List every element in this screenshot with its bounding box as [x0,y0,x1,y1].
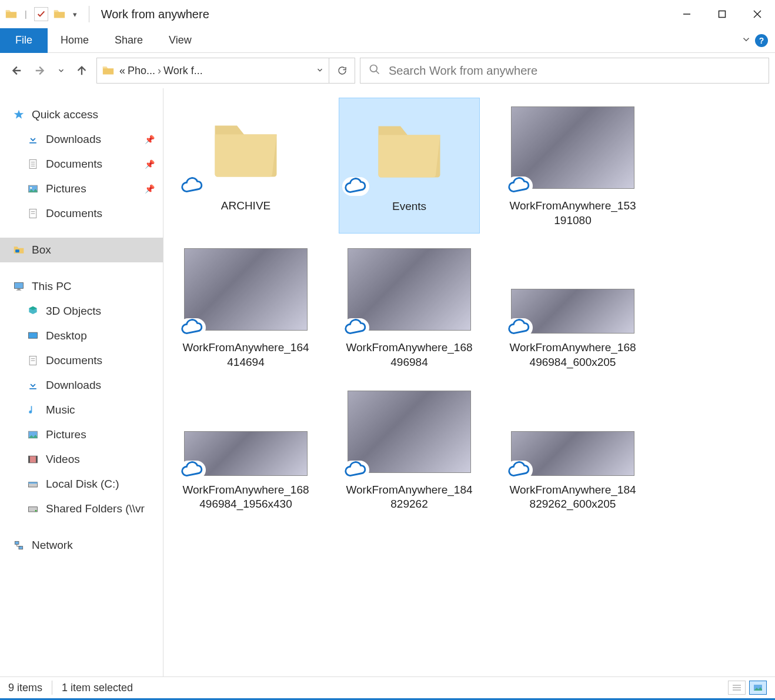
address-dropdown-icon[interactable] [316,66,324,76]
sidebar-item-local-disk[interactable]: Local Disk (C:) [0,472,163,496]
sidebar-item-box[interactable]: Box [0,238,163,262]
sidebar-item-music[interactable]: Music [0,398,163,422]
file-item[interactable]: WorkFromAnywhere_153191080 [502,98,643,234]
svg-rect-6 [29,142,36,144]
close-button[interactable] [740,2,775,26]
image-thumbnail [183,245,308,334]
document-icon [26,354,40,368]
sidebar-item-documents[interactable]: Documents 📌 [0,152,163,176]
sidebar-item-quick-access[interactable]: Quick access [0,102,163,127]
breadcrumb-part[interactable]: Pho... [128,65,155,77]
sidebar-label: Documents [46,158,102,171]
cloud-icon [179,318,206,337]
item-label: WorkFromAnywhere_168496984_600x205 [508,341,637,369]
sidebar-item-pictures-pc[interactable]: Pictures [0,422,163,447]
breadcrumb[interactable]: « Pho... › Work f... [119,65,316,77]
folder-thumbnail [347,104,472,192]
tab-view[interactable]: View [156,28,205,53]
sidebar-item-pictures[interactable]: Pictures 📌 [0,176,163,201]
qat-dropdown-icon[interactable]: ▾ [73,10,77,19]
navbar: « Pho... › Work f... [0,53,775,88]
file-item[interactable]: WorkFromAnywhere_168496984 [339,239,480,375]
item-label: WorkFromAnywhere_168496984_1956x430 [181,483,310,512]
item-label: WorkFromAnywhere_164414694 [181,341,310,369]
file-item[interactable]: WorkFromAnywhere_184829262 [339,382,480,518]
cloud-icon [179,176,206,195]
breadcrumb-part[interactable]: Work f... [163,65,203,77]
file-item[interactable]: WorkFromAnywhere_168496984_1956x430 [175,382,316,518]
ribbon: File Home Share View ? [0,28,775,53]
sidebar-item-documents-2[interactable]: Documents [0,201,163,226]
details-view-button[interactable] [728,681,746,695]
content: Quick access Downloads 📌 Documents 📌 Pic… [0,88,775,676]
history-dropdown-icon[interactable] [55,61,67,81]
thumbnails-view-button[interactable] [749,681,767,695]
svg-rect-27 [29,456,31,463]
download-icon [26,132,40,146]
sidebar-label: Local Disk (C:) [46,478,119,491]
search-box[interactable] [360,58,769,84]
sidebar-item-videos[interactable]: Videos [0,447,163,472]
disk-icon [26,477,40,491]
file-tab[interactable]: File [0,28,48,53]
svg-rect-24 [29,388,36,389]
svg-rect-19 [16,290,21,291]
sidebar-label: Documents [46,207,102,220]
sidebar-label: This PC [32,280,72,293]
qat-folder-icon[interactable] [53,8,66,21]
pin-icon: 📌 [145,184,155,194]
tab-home[interactable]: Home [48,28,102,53]
sidebar-label: Shared Folders (\\vr [46,502,145,515]
image-thumbnail [510,104,635,192]
svg-rect-17 [15,282,24,288]
folder-item[interactable]: ARCHIVE [175,98,316,234]
back-button[interactable] [6,61,26,81]
sidebar-label: Quick access [32,108,98,121]
search-input[interactable] [389,64,760,78]
address-bar[interactable]: « Pho... › Work f... [96,58,329,84]
svg-point-12 [30,187,32,189]
document-icon [26,157,40,171]
sidebar-item-network[interactable]: Network [0,533,163,558]
status-count: 9 items [8,682,42,694]
statusbar: 9 items 1 item selected [0,676,775,700]
pin-icon: 📌 [145,135,155,144]
sidebar-item-documents-pc[interactable]: Documents [0,348,163,373]
network-icon [12,538,26,552]
minimize-button[interactable] [669,2,704,26]
properties-icon[interactable] [34,7,48,21]
sidebar-label: Desktop [46,329,87,342]
folder-thumbnail [183,104,308,192]
item-label: WorkFromAnywhere_168496984 [345,341,474,369]
divider [89,6,89,22]
svg-point-32 [35,510,37,512]
status-separator [52,681,52,695]
status-selection: 1 item selected [62,682,133,694]
file-item[interactable]: WorkFromAnywhere_184829262_600x205 [502,382,643,518]
sidebar-item-shared-folders[interactable]: Shared Folders (\\vr [0,496,163,521]
computer-icon [12,279,26,294]
sidebar-item-3d-objects[interactable]: 3D Objects [0,299,163,324]
refresh-button[interactable] [329,58,355,84]
file-item[interactable]: WorkFromAnywhere_168496984_600x205 [502,239,643,375]
download-icon [26,378,40,392]
forward-button[interactable] [31,61,51,81]
up-button[interactable] [72,61,92,81]
breadcrumb-sep: › [158,65,161,77]
sidebar-item-downloads[interactable]: Downloads 📌 [0,127,163,152]
item-label: WorkFromAnywhere_184829262_600x205 [508,483,637,512]
tab-share[interactable]: Share [102,28,156,53]
sidebar-item-desktop[interactable]: Desktop [0,324,163,348]
breadcrumb-prefix: « [119,65,125,77]
sidebar-item-this-pc[interactable]: This PC [0,274,163,299]
sidebar-item-downloads-pc[interactable]: Downloads [0,373,163,398]
help-button[interactable]: ? [755,34,768,47]
item-label: Events [392,199,426,214]
maximize-button[interactable] [704,2,740,26]
folder-item[interactable]: Events [339,98,480,234]
items-pane[interactable]: ARCHIVEEventsWorkFromAnywhere_153191080W… [163,88,775,676]
sidebar: Quick access Downloads 📌 Documents 📌 Pic… [0,88,163,676]
file-item[interactable]: WorkFromAnywhere_164414694 [175,239,316,375]
ribbon-expand-icon[interactable] [741,34,751,46]
sidebar-label: Videos [46,453,80,466]
